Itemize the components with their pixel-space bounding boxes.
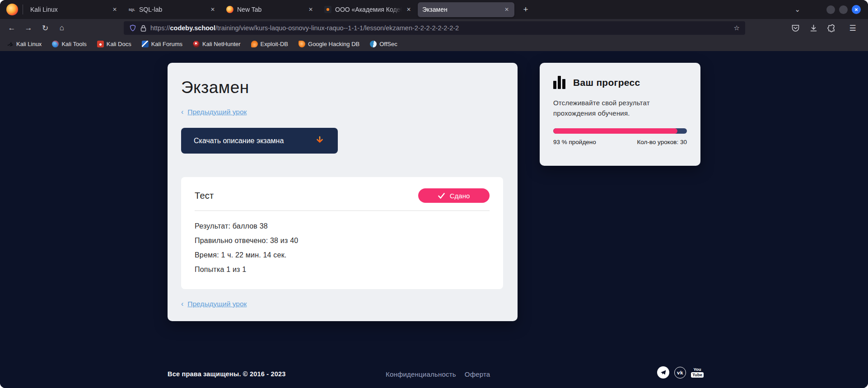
chevron-left-icon: ‹ — [181, 108, 183, 116]
telegram-icon[interactable] — [657, 366, 669, 379]
progress-header: Ваш прогресс — [553, 76, 687, 89]
url-text: https://codeby.school/training/view/kurs… — [150, 24, 459, 32]
page-content: Экзамен ‹ Предыдущий урок Скачать описан… — [0, 51, 868, 388]
tracking-shield-icon[interactable] — [129, 24, 136, 32]
kali-forums-icon — [142, 41, 149, 47]
test-header: Тест Сдано — [195, 188, 490, 203]
list-all-tabs-chevron-icon[interactable]: ⌄ — [794, 5, 800, 14]
url-protocol: https:// — [150, 24, 170, 32]
home-icon[interactable]: ⌂ — [55, 21, 69, 35]
bookmark-star-icon[interactable]: ☆ — [734, 24, 740, 32]
result-time: Время: 1 ч. 22 мин. 14 сек. — [195, 251, 490, 259]
firefox-favicon — [226, 6, 233, 13]
extensions-puzzle-icon[interactable] — [827, 24, 836, 33]
privacy-link[interactable]: Конфиденциальность — [386, 370, 456, 378]
vk-icon[interactable]: vk — [674, 367, 686, 379]
youtube-icon[interactable]: You Tube — [691, 367, 704, 378]
bookmark-google-hacking-db[interactable]: Google Hacking DB — [299, 41, 359, 47]
menu-hamburger-icon[interactable]: ☰ — [845, 21, 860, 35]
url-domain: codeby.school — [170, 24, 215, 32]
bookmark-offsec[interactable]: OffSec — [370, 41, 397, 47]
tab-kali-linux[interactable]: Kali Linux ✕ — [26, 2, 122, 17]
bookmark-label: Kali Docs — [107, 41, 131, 47]
youtube-text-top: You — [693, 367, 701, 372]
offer-link[interactable]: Оферта — [465, 370, 490, 378]
progress-bar-fill — [553, 128, 677, 134]
url-bar[interactable]: https://codeby.school/training/view/kurs… — [124, 21, 745, 35]
back-icon[interactable]: ← — [5, 21, 19, 35]
previous-lesson-link[interactable]: Предыдущий урок — [187, 108, 247, 116]
tab-title: Экзамен — [422, 6, 500, 13]
window-close-button[interactable]: ✕ — [852, 5, 861, 14]
previous-lesson-link[interactable]: Предыдущий урок — [187, 300, 247, 308]
window-controls: ✕ — [826, 5, 861, 14]
lesson-count-label: Кол-во уроков: 30 — [637, 139, 687, 145]
url-path: /training/view/kurs-laquo-osnovy-linux-r… — [215, 24, 459, 32]
copyright-text: Все права защищены. © 2016 - 2023 — [168, 370, 286, 378]
exploit-db-icon — [251, 41, 258, 47]
test-title: Тест — [195, 191, 214, 201]
close-tab-icon[interactable]: ✕ — [504, 6, 510, 13]
close-tab-icon[interactable]: ✕ — [308, 6, 314, 13]
kali-docs-icon — [97, 41, 104, 47]
progress-bar — [553, 128, 687, 134]
tabbar-right-controls: ⌄ ✕ — [794, 5, 863, 14]
progress-card: Ваш прогресс Отслеживайте свой результат… — [540, 63, 700, 166]
bookmarks-toolbar: Kali Linux Kali Tools Kali Docs Kali For… — [0, 37, 868, 51]
exam-card: Экзамен ‹ Предыдущий урок Скачать описан… — [168, 63, 518, 321]
divider — [195, 210, 490, 211]
bookmark-label: Google Hacking DB — [308, 41, 359, 47]
tab-new-tab[interactable]: New Tab ✕ — [222, 2, 318, 17]
bookmark-label: Kali NetHunter — [202, 41, 241, 47]
tab-title: Kali Linux — [30, 6, 108, 13]
bookmark-kali-docs[interactable]: Kali Docs — [97, 41, 131, 47]
tab-title: SQL-lab — [139, 6, 206, 13]
youtube-text-bottom: Tube — [691, 372, 704, 378]
previous-lesson-row-bottom: ‹ Предыдущий урок — [181, 300, 504, 308]
new-tab-button[interactable]: + — [520, 4, 532, 15]
bookmark-label: Kali Linux — [16, 41, 42, 47]
tab-akademiya-codeby[interactable]: ООО «Академия Кодеба ✕ — [320, 2, 416, 17]
percent-complete-label: 93 % пройдено — [553, 139, 596, 145]
check-icon — [438, 193, 445, 199]
toolbar-right-icons: ☰ — [791, 21, 863, 35]
bookmark-kali-forums[interactable]: Kali Forums — [142, 41, 182, 47]
firefox-logo-icon — [6, 4, 18, 15]
bar-chart-icon — [553, 76, 565, 89]
pocket-icon[interactable] — [791, 24, 800, 33]
bookmark-kali-linux[interactable]: Kali Linux — [7, 41, 42, 47]
bookmark-kali-nethunter[interactable]: Kali NetHunter — [193, 41, 241, 47]
reload-icon[interactable]: ↻ — [38, 21, 52, 35]
page-title: Экзамен — [181, 78, 504, 97]
forward-icon[interactable]: → — [21, 21, 36, 35]
navigation-toolbar: ← → ↻ ⌂ https://codeby.school/training/v… — [0, 19, 868, 37]
bookmark-kali-tools[interactable]: Kali Tools — [52, 41, 86, 47]
close-tab-icon[interactable]: ✕ — [210, 6, 216, 13]
tab-title: New Tab — [237, 6, 304, 13]
kali-tools-icon — [52, 41, 59, 47]
test-results: Результат: баллов 38 Правильно отвечено:… — [195, 222, 490, 274]
footer-links: Конфиденциальность Оферта — [386, 370, 490, 378]
window-minimize-button[interactable] — [826, 5, 835, 14]
progress-description: Отслеживайте свой результат прохождения … — [553, 98, 675, 119]
tab-divider — [23, 5, 23, 14]
tab-sql-lab[interactable]: SQL SQL-lab ✕ — [124, 2, 220, 17]
badge-label: Сдано — [450, 192, 470, 200]
kali-nethunter-icon — [193, 41, 200, 47]
lock-icon — [140, 25, 146, 32]
download-exam-description-button[interactable]: Скачать описание экзамна — [181, 128, 338, 154]
close-tab-icon[interactable]: ✕ — [406, 6, 412, 13]
result-attempt: Попытка 1 из 1 — [195, 266, 490, 274]
window-maximize-button[interactable] — [839, 5, 848, 14]
bookmark-label: Exploit-DB — [261, 41, 288, 47]
close-tab-icon[interactable]: ✕ — [112, 6, 118, 13]
downloads-icon[interactable] — [809, 24, 818, 33]
browser-window: Kali Linux ✕ SQL SQL-lab ✕ New Tab ✕ ООО… — [0, 0, 868, 388]
progress-title: Ваш прогресс — [573, 77, 640, 88]
social-links: vk You Tube — [657, 366, 704, 379]
tab-ekzamen-active[interactable]: Экзамен ✕ — [418, 2, 514, 17]
bookmark-label: Kali Forums — [151, 41, 182, 47]
kali-dragon-icon — [7, 41, 14, 47]
offsec-icon — [370, 41, 377, 47]
bookmark-exploit-db[interactable]: Exploit-DB — [251, 41, 288, 47]
